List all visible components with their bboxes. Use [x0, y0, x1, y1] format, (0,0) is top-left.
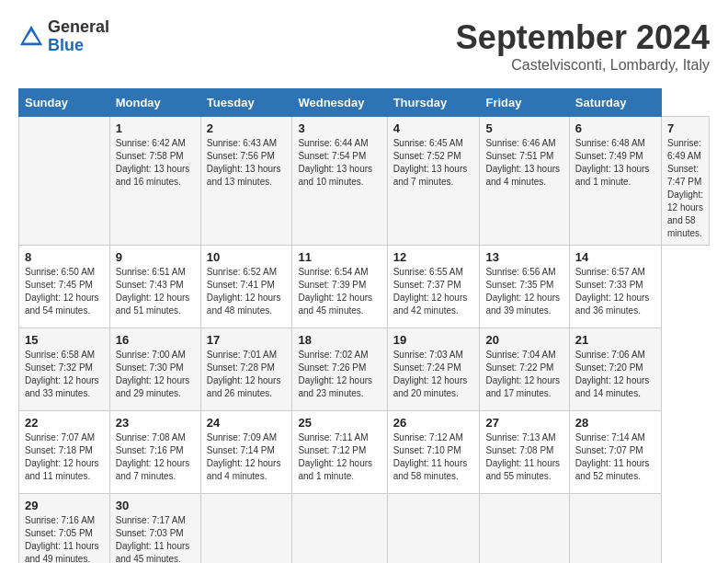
- calendar-header: SundayMondayTuesdayWednesdayThursdayFrid…: [19, 89, 710, 117]
- day-info: Sunrise: 6:43 AMSunset: 7:56 PMDaylight:…: [207, 137, 287, 189]
- day-number: 19: [393, 333, 474, 347]
- day-cell-13: 13Sunrise: 6:56 AMSunset: 7:35 PMDayligh…: [480, 246, 569, 328]
- empty-cell: [200, 494, 292, 564]
- day-number: 16: [116, 333, 195, 347]
- calendar-body: 1Sunrise: 6:42 AMSunset: 7:58 PMDaylight…: [19, 117, 710, 564]
- day-number: 29: [25, 499, 104, 512]
- day-number: 18: [298, 333, 381, 347]
- day-info: Sunrise: 6:45 AMSunset: 7:52 PMDaylight:…: [393, 137, 474, 189]
- weekday-header-wednesday: Wednesday: [292, 89, 387, 117]
- day-number: 20: [485, 333, 563, 347]
- day-number: 14: [575, 250, 655, 264]
- day-info: Sunrise: 6:46 AMSunset: 7:51 PMDaylight:…: [485, 137, 563, 189]
- day-info: Sunrise: 6:57 AMSunset: 7:33 PMDaylight:…: [575, 266, 655, 317]
- day-cell-22: 22Sunrise: 7:07 AMSunset: 7:18 PMDayligh…: [19, 411, 110, 494]
- empty-cell: [387, 494, 480, 564]
- day-info: Sunrise: 6:58 AMSunset: 7:32 PMDaylight:…: [25, 349, 104, 400]
- day-number: 15: [25, 333, 104, 347]
- day-cell-2: 2Sunrise: 6:43 AMSunset: 7:56 PMDaylight…: [200, 117, 292, 246]
- day-info: Sunrise: 7:07 AMSunset: 7:18 PMDaylight:…: [25, 431, 104, 483]
- day-cell-16: 16Sunrise: 7:00 AMSunset: 7:30 PMDayligh…: [109, 328, 200, 411]
- calendar-week-3: 15Sunrise: 6:58 AMSunset: 7:32 PMDayligh…: [19, 328, 710, 411]
- day-info: Sunrise: 7:08 AMSunset: 7:16 PMDaylight:…: [116, 431, 195, 483]
- day-number: 4: [393, 121, 474, 135]
- day-info: Sunrise: 7:17 AMSunset: 7:03 PMDaylight:…: [116, 514, 195, 563]
- day-cell-27: 27Sunrise: 7:13 AMSunset: 7:08 PMDayligh…: [480, 411, 569, 494]
- day-number: 11: [298, 250, 381, 264]
- day-cell-6: 6Sunrise: 6:48 AMSunset: 7:49 PMDaylight…: [569, 117, 661, 246]
- day-cell-3: 3Sunrise: 6:44 AMSunset: 7:54 PMDaylight…: [292, 117, 387, 246]
- day-info: Sunrise: 7:09 AMSunset: 7:14 PMDaylight:…: [207, 431, 287, 483]
- day-cell-14: 14Sunrise: 6:57 AMSunset: 7:33 PMDayligh…: [569, 246, 661, 328]
- logo-icon: [18, 24, 44, 50]
- day-number: 25: [298, 416, 381, 430]
- month-title: September 2024: [456, 18, 710, 57]
- day-number: 2: [207, 121, 287, 135]
- day-cell-7: 7Sunrise: 6:49 AMSunset: 7:47 PMDaylight…: [662, 117, 710, 246]
- logo: General Blue: [18, 18, 109, 55]
- day-info: Sunrise: 7:13 AMSunset: 7:08 PMDaylight:…: [485, 431, 563, 483]
- day-number: 10: [207, 250, 287, 264]
- day-info: Sunrise: 6:52 AMSunset: 7:41 PMDaylight:…: [207, 266, 287, 317]
- calendar-week-1: 1Sunrise: 6:42 AMSunset: 7:58 PMDaylight…: [19, 117, 710, 246]
- day-cell-11: 11Sunrise: 6:54 AMSunset: 7:39 PMDayligh…: [292, 246, 387, 328]
- day-cell-8: 8Sunrise: 6:50 AMSunset: 7:45 PMDaylight…: [19, 246, 110, 328]
- day-cell-24: 24Sunrise: 7:09 AMSunset: 7:14 PMDayligh…: [200, 411, 292, 494]
- day-info: Sunrise: 6:54 AMSunset: 7:39 PMDaylight:…: [298, 266, 381, 317]
- day-info: Sunrise: 7:03 AMSunset: 7:24 PMDaylight:…: [393, 349, 474, 400]
- day-info: Sunrise: 7:06 AMSunset: 7:20 PMDaylight:…: [575, 349, 655, 400]
- day-cell-5: 5Sunrise: 6:46 AMSunset: 7:51 PMDaylight…: [480, 117, 569, 246]
- day-info: Sunrise: 6:49 AMSunset: 7:47 PMDaylight:…: [667, 137, 703, 240]
- logo-general-text: General: [48, 18, 109, 37]
- day-info: Sunrise: 7:02 AMSunset: 7:26 PMDaylight:…: [298, 349, 381, 400]
- day-number: 21: [575, 333, 655, 347]
- day-info: Sunrise: 6:56 AMSunset: 7:35 PMDaylight:…: [485, 266, 563, 317]
- day-number: 9: [116, 250, 195, 264]
- logo-blue-text: Blue: [48, 37, 109, 55]
- calendar-week-5: 29Sunrise: 7:16 AMSunset: 7:05 PMDayligh…: [19, 494, 710, 564]
- weekday-header-tuesday: Tuesday: [200, 89, 292, 117]
- day-number: 27: [485, 416, 563, 430]
- weekday-header-sunday: Sunday: [19, 89, 110, 117]
- day-number: 6: [575, 121, 655, 135]
- location: Castelvisconti, Lombardy, Italy: [456, 57, 710, 74]
- weekday-header-friday: Friday: [480, 89, 569, 117]
- day-info: Sunrise: 7:12 AMSunset: 7:10 PMDaylight:…: [393, 431, 474, 483]
- empty-cell: [569, 494, 661, 564]
- day-info: Sunrise: 6:50 AMSunset: 7:45 PMDaylight:…: [25, 266, 104, 317]
- empty-cell: [19, 117, 110, 246]
- day-cell-21: 21Sunrise: 7:06 AMSunset: 7:20 PMDayligh…: [569, 328, 661, 411]
- day-info: Sunrise: 7:16 AMSunset: 7:05 PMDaylight:…: [25, 514, 104, 563]
- day-info: Sunrise: 6:48 AMSunset: 7:49 PMDaylight:…: [575, 137, 655, 189]
- calendar-table: SundayMondayTuesdayWednesdayThursdayFrid…: [18, 88, 710, 563]
- calendar-week-2: 8Sunrise: 6:50 AMSunset: 7:45 PMDaylight…: [19, 246, 710, 328]
- day-number: 13: [485, 250, 563, 264]
- day-number: 28: [575, 416, 655, 430]
- day-info: Sunrise: 7:14 AMSunset: 7:07 PMDaylight:…: [575, 431, 655, 483]
- day-number: 8: [25, 250, 104, 264]
- title-section: September 2024 Castelvisconti, Lombardy,…: [456, 18, 710, 74]
- day-number: 26: [393, 416, 474, 430]
- logo-text: General Blue: [48, 18, 109, 55]
- day-number: 1: [116, 121, 195, 135]
- day-info: Sunrise: 7:01 AMSunset: 7:28 PMDaylight:…: [207, 349, 287, 400]
- day-number: 7: [667, 121, 703, 135]
- day-cell-25: 25Sunrise: 7:11 AMSunset: 7:12 PMDayligh…: [292, 411, 387, 494]
- day-number: 17: [207, 333, 287, 347]
- weekday-header-monday: Monday: [109, 89, 200, 117]
- day-cell-30: 30Sunrise: 7:17 AMSunset: 7:03 PMDayligh…: [109, 494, 200, 564]
- day-number: 3: [298, 121, 381, 135]
- day-cell-10: 10Sunrise: 6:52 AMSunset: 7:41 PMDayligh…: [200, 246, 292, 328]
- page-header: General Blue September 2024 Castelviscon…: [18, 18, 710, 74]
- day-number: 5: [485, 121, 563, 135]
- weekday-header-thursday: Thursday: [387, 89, 480, 117]
- day-cell-23: 23Sunrise: 7:08 AMSunset: 7:16 PMDayligh…: [109, 411, 200, 494]
- day-cell-28: 28Sunrise: 7:14 AMSunset: 7:07 PMDayligh…: [569, 411, 661, 494]
- day-cell-26: 26Sunrise: 7:12 AMSunset: 7:10 PMDayligh…: [387, 411, 480, 494]
- day-cell-15: 15Sunrise: 6:58 AMSunset: 7:32 PMDayligh…: [19, 328, 110, 411]
- day-info: Sunrise: 6:42 AMSunset: 7:58 PMDaylight:…: [116, 137, 195, 189]
- day-number: 23: [116, 416, 195, 430]
- day-cell-12: 12Sunrise: 6:55 AMSunset: 7:37 PMDayligh…: [387, 246, 480, 328]
- day-cell-19: 19Sunrise: 7:03 AMSunset: 7:24 PMDayligh…: [387, 328, 480, 411]
- day-number: 12: [393, 250, 474, 264]
